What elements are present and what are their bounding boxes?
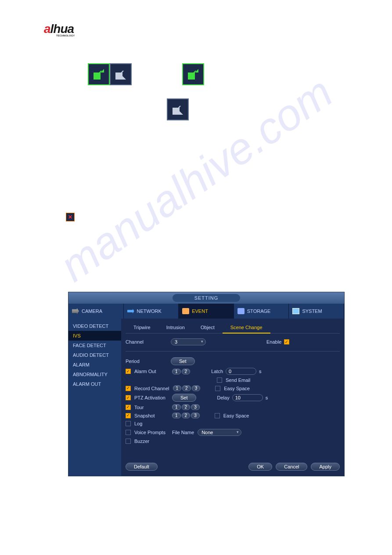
delay-label: Delay (217, 395, 230, 400)
sub-tab-object[interactable]: Object (193, 322, 223, 333)
easy-space2-checkbox[interactable] (215, 413, 220, 418)
ok-button[interactable]: OK (248, 463, 272, 471)
period-set-button[interactable]: Set (171, 357, 195, 365)
top-tab-network[interactable]: NETWORK (124, 304, 179, 319)
record-ch-1[interactable]: 1 (173, 385, 182, 391)
sidebar-item-ivs[interactable]: IVS (68, 331, 121, 341)
brand-logo: alhua TECHNOLOGY (44, 22, 348, 37)
alarm-out-checkbox[interactable] (126, 369, 131, 374)
record-channel-label: Record Channel (134, 386, 169, 391)
window-title: SETTING (173, 294, 241, 302)
channel-label: Channel (126, 339, 167, 345)
file-name-label: File Name (172, 430, 194, 435)
snapshot-channels: 1 2 3 (172, 413, 200, 418)
network-icon (127, 308, 134, 314)
snapshot-checkbox[interactable] (126, 413, 131, 418)
top-tab-system[interactable]: SYSTEM (289, 304, 344, 319)
alarm-out-channels: 1 2 (172, 369, 190, 374)
alarm-out-label: Alarm Out (134, 369, 169, 374)
sidebar-item-alarm[interactable]: ALARM (68, 360, 121, 370)
file-name-select[interactable]: None (198, 429, 241, 436)
send-email-label: Send Email (226, 377, 250, 383)
tour-ch-2[interactable]: 2 (182, 404, 191, 410)
buzzer-label: Buzzer (134, 439, 149, 444)
buzzer-checkbox[interactable] (126, 439, 131, 444)
apply-button[interactable]: Apply (311, 463, 340, 471)
zoom-out-icon-single (167, 98, 189, 120)
voice-checkbox[interactable] (126, 430, 131, 435)
sub-tab-intrusion[interactable]: Intrusion (158, 322, 193, 333)
record-ch-2[interactable]: 2 (182, 385, 191, 391)
sub-tab-scene-change[interactable]: Scene Change (223, 322, 270, 334)
latch-input[interactable]: 0 (226, 368, 256, 375)
send-email-checkbox[interactable] (217, 377, 222, 383)
window-titlebar: SETTING (68, 292, 344, 304)
ptz-checkbox[interactable] (126, 395, 131, 400)
log-checkbox[interactable] (126, 421, 131, 426)
log-label: Log (134, 421, 142, 426)
default-button[interactable]: Default (126, 463, 158, 471)
tour-channels: 1 2 3 (172, 404, 200, 410)
record-channel-checkbox[interactable] (126, 386, 131, 391)
zoom-in-icon-single (182, 63, 204, 85)
sidebar-item-face-detect[interactable]: FACE DETECT (68, 341, 121, 350)
easy-space-label: Easy Space (224, 386, 250, 391)
top-tabs: CAMERA NETWORK EVENT STORAGE SYSTEM (68, 304, 344, 319)
sidebar-item-abnormality[interactable]: ABNORMALITY (68, 370, 121, 379)
cancel-button[interactable]: Cancel (276, 463, 307, 471)
delay-input[interactable]: 10 (232, 394, 263, 401)
sidebar-item-audio-detect[interactable]: AUDIO DETECT (68, 350, 121, 360)
channel-select[interactable]: 3 (171, 338, 206, 345)
delay-suffix: s (266, 395, 268, 400)
storage-icon (237, 308, 245, 314)
settings-window: SETTING CAMERA NETWORK EVENT STORAGE SYS… (68, 292, 345, 476)
snapshot-label: Snapshot (134, 413, 169, 418)
delete-icon: ✕ (66, 213, 75, 221)
tour-ch-1[interactable]: 1 (172, 404, 181, 410)
ptz-set-button[interactable]: Set (172, 394, 196, 402)
ptz-label: PTZ Activation (134, 395, 169, 400)
event-icon (182, 308, 189, 314)
top-tab-event[interactable]: EVENT (179, 304, 234, 319)
voice-label: Voice Prompts (134, 430, 169, 435)
main-panel: Tripwire Intrusion Object Scene Change C… (121, 319, 344, 476)
period-label: Period (126, 359, 167, 364)
easy-space2-label: Easy Space (223, 413, 249, 418)
alarm-out-ch-2[interactable]: 2 (182, 369, 191, 374)
zoom-in-icon (88, 63, 110, 85)
top-tab-camera[interactable]: CAMERA (68, 304, 124, 319)
snap-ch-3[interactable]: 3 (191, 413, 200, 418)
record-channels: 1 2 3 (173, 385, 201, 391)
snap-ch-2[interactable]: 2 (182, 413, 191, 418)
alarm-out-ch-1[interactable]: 1 (172, 369, 181, 374)
easy-space-checkbox[interactable] (215, 386, 220, 391)
tour-label: Tour (134, 405, 169, 410)
tour-checkbox[interactable] (126, 405, 131, 410)
zoom-out-icon (110, 63, 132, 85)
system-icon (292, 308, 299, 314)
sidebar-item-alarm-out[interactable]: ALARM OUT (68, 379, 121, 389)
latch-label: Latch (211, 369, 223, 374)
camera-icon (72, 308, 79, 314)
record-ch-3[interactable]: 3 (192, 385, 201, 391)
snap-ch-1[interactable]: 1 (172, 413, 181, 418)
sub-tabs: Tripwire Intrusion Object Scene Change (126, 322, 340, 334)
sidebar: VIDEO DETECT IVS FACE DETECT AUDIO DETEC… (68, 319, 121, 476)
tour-ch-3[interactable]: 3 (191, 404, 200, 410)
sidebar-item-video-detect[interactable]: VIDEO DETECT (68, 321, 121, 331)
sub-tab-tripwire[interactable]: Tripwire (126, 322, 158, 333)
enable-label: Enable (266, 339, 281, 345)
latch-suffix: s (259, 369, 262, 374)
top-tab-storage[interactable]: STORAGE (234, 304, 289, 319)
icon-pair (88, 63, 348, 85)
enable-checkbox[interactable] (284, 339, 289, 345)
